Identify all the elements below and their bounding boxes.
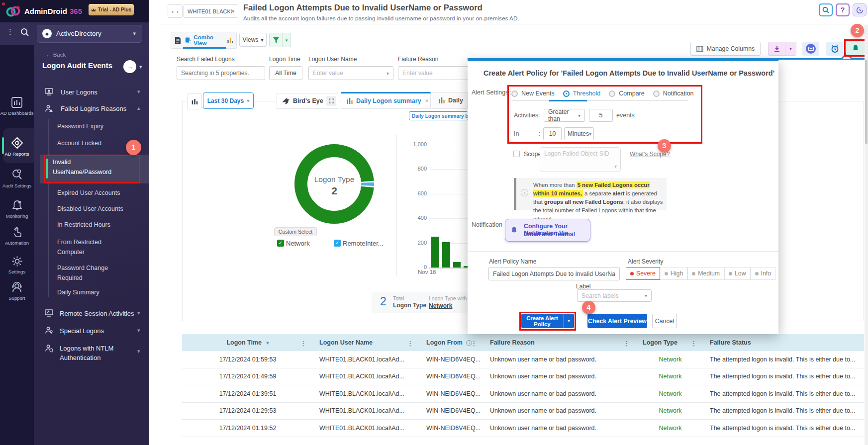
next-tab-partial[interactable]: Daily [432, 92, 468, 109]
rail-item-monitoring[interactable]: Monitoring [0, 199, 34, 219]
search-input[interactable] [177, 66, 265, 80]
sidebar-item-user-logons[interactable]: User Logons [61, 89, 97, 96]
sidebar-item-in-restricted-hours[interactable]: In Restricted Hours [57, 221, 110, 228]
table-row[interactable]: 17/12/2024 01:49:59 WHITE01.BLACK01.loca… [182, 368, 864, 386]
manage-columns-button[interactable]: Manage Columns [690, 42, 761, 56]
sidebar-item-ntlm[interactable]: Logons with NTLMAuthentication [60, 344, 113, 362]
kebab-icon[interactable]: ⋮ [300, 340, 306, 347]
sidebar-item-disabled-user-accounts[interactable]: Disabled User Accounts [57, 205, 123, 212]
logon-time-filter[interactable]: All Time [269, 66, 302, 80]
col-logon-user[interactable]: Logon User Name⋮ [313, 339, 420, 346]
in-minutes-input[interactable] [543, 127, 562, 140]
sidebar-item-account-locked[interactable]: Account Locked [57, 140, 101, 147]
scrollbar-thumb[interactable] [865, 60, 868, 144]
sidebar-item-daily-summary[interactable]: Daily Summary [57, 289, 99, 296]
severity-option[interactable]: Medium [687, 267, 724, 280]
sidebar-item-from-restricted-computer[interactable]: From RestrictedComputer [57, 237, 101, 257]
forward-arrow-icon[interactable]: › [177, 8, 179, 14]
kebab-icon[interactable]: ⋮ [623, 340, 630, 347]
chevron-down-icon[interactable]: ▾ [137, 310, 140, 316]
col-logon-time[interactable]: Logon Time ▾ ⋮ [182, 339, 313, 346]
nav-arrows[interactable]: ‹› [168, 4, 183, 18]
sort-icon[interactable]: ▾ [267, 340, 269, 346]
activities-operator-select[interactable]: Greater than▾ [544, 109, 585, 122]
stat-right-link[interactable]: Network [429, 302, 452, 309]
cancel-button[interactable]: Cancel [652, 314, 677, 328]
col-failure-status[interactable]: Failure Status [704, 339, 864, 346]
alert-type-radio[interactable]: Threshold [563, 90, 601, 97]
menu-dots-icon[interactable]: ⋮ [6, 27, 14, 36]
rail-item-audit-settings[interactable]: Audit Settings [0, 168, 34, 188]
table-row[interactable]: 17/12/2024 01:39:51 WHITE01.BLACK01.loca… [182, 385, 864, 403]
global-search-button[interactable] [819, 3, 833, 16]
kebab-icon[interactable]: ⋮ [690, 340, 697, 347]
logon-user-filter[interactable]: Enter value ▾ [308, 66, 393, 80]
help-button[interactable]: ? [836, 3, 850, 16]
create-caret-button[interactable]: ▾ [564, 314, 574, 328]
rail-item-ad-reports[interactable]: AD Reports [0, 136, 34, 157]
chevron-up-icon[interactable]: ▴ [137, 105, 140, 111]
back-link[interactable]: ← Back [46, 52, 66, 58]
chart-view-tab[interactable] [224, 37, 236, 44]
search-icon[interactable] [20, 28, 29, 37]
alert-type-radio[interactable]: Notification [653, 90, 694, 97]
close-icon[interactable]: × [425, 97, 429, 104]
grid-view-tab[interactable] [171, 36, 185, 44]
in-unit-select[interactable]: Minutes▾ [564, 127, 594, 140]
check-alert-preview-button[interactable]: Check Alert Preview [587, 314, 647, 328]
rail-item-ad-dashboards[interactable]: AD Dashboards [0, 96, 34, 116]
export-split-button[interactable]: ▾ [768, 42, 796, 56]
pin-report-button[interactable]: → [123, 60, 136, 73]
birds-eye-tab[interactable]: Bird's Eye [277, 93, 338, 109]
severity-option[interactable]: High [660, 267, 687, 280]
trial-badge[interactable]: Trial - AD Plus [89, 4, 134, 15]
col-logon-type[interactable]: Logon Type⋮ [637, 339, 704, 346]
sidebar-item-invalid-username-password[interactable]: Invalid UserName/Password [40, 155, 149, 183]
daily-logon-summary-tab[interactable]: Daily Logon summary × [341, 92, 431, 109]
table-row[interactable]: 17/12/2024 01:19:52 WHITE01.BLACK01.loca… [182, 420, 864, 437]
configure-notification-button[interactable]: Configure Your Notification Via Email an… [505, 219, 590, 242]
legend-remote-checkbox[interactable]: ✓ [334, 240, 341, 247]
policy-name-input[interactable] [488, 267, 620, 280]
views-dropdown[interactable]: Views▾ [239, 33, 267, 47]
chevron-down-icon[interactable]: ▾ [137, 348, 140, 355]
chevron-down-icon[interactable]: ▾ [137, 327, 140, 334]
filter-caret[interactable]: ▾ [283, 33, 290, 47]
chart-type-chip[interactable] [187, 93, 202, 109]
create-alert-policy-split-button[interactable]: Create Alert Policy ▾ [521, 314, 574, 328]
feedback-button[interactable] [802, 42, 819, 56]
filter-split-button[interactable]: ▾ [269, 33, 291, 47]
severity-option[interactable]: Info [751, 267, 776, 280]
activities-count-input[interactable] [589, 109, 613, 122]
scope-input[interactable]: Logon Failed Object SID ▾ [540, 147, 621, 172]
col-failure-reason[interactable]: Failure Reason⋮ [484, 339, 637, 346]
expand-button[interactable] [326, 96, 336, 106]
kebab-icon[interactable]: ⋮ [407, 340, 413, 347]
table-row[interactable]: 17/12/2024 01:29:53 WHITE01.BLACK01.loca… [182, 403, 864, 420]
rail-item-support[interactable]: Support [0, 281, 34, 301]
history-button[interactable] [853, 3, 867, 16]
alert-type-radio[interactable]: Compare [609, 90, 644, 97]
custom-select-button[interactable]: Custom Select [274, 227, 317, 236]
rail-item-automation[interactable]: Automation [0, 226, 34, 246]
alert-type-radio[interactable]: New Events [511, 90, 555, 97]
device-select[interactable]: WHITE01.BLACK0... ▾ [184, 4, 238, 18]
chevron-down-icon[interactable]: ▾ [139, 64, 142, 70]
export-caret[interactable]: ▾ [785, 42, 796, 55]
summary-chip[interactable]: Daily Logon summary b [409, 111, 468, 120]
date-range-button[interactable]: Last 30 Days ▾ [203, 92, 254, 109]
logon-type-donut-chart[interactable] [291, 141, 377, 227]
col-logon-from[interactable]: Logon From i ⋮ [420, 339, 484, 346]
kebab-icon[interactable]: ⋮ [471, 340, 477, 347]
chevron-down-icon[interactable]: ▾ [137, 89, 140, 95]
export-main[interactable] [769, 42, 785, 55]
severity-option[interactable]: Low [724, 267, 751, 280]
sidebar-item-password-expiry[interactable]: Password Expiry [57, 123, 103, 130]
scrollbar-track[interactable] [865, 25, 868, 445]
legend-network-checkbox[interactable]: ✓ [277, 240, 284, 247]
create-alert-policy-button[interactable]: Create Alert Policy [521, 314, 564, 328]
sidebar-item-failed-logins-reasons[interactable]: Failed Logins Reasons [61, 105, 126, 112]
sidebar-item-remote-session-activities[interactable]: Remote Session Activities [60, 310, 134, 317]
combo-view-tab[interactable]: Combo View [185, 32, 224, 48]
alert-policy-button[interactable] [846, 41, 865, 55]
